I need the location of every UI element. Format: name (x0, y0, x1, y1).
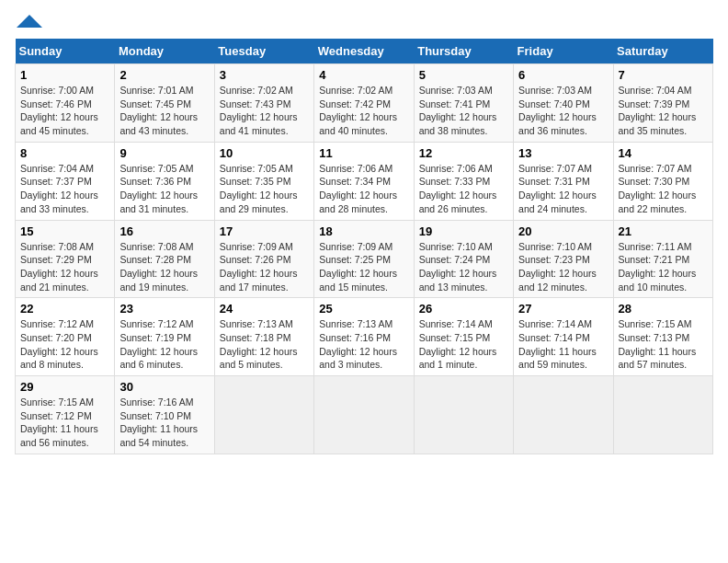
calendar-cell (314, 376, 414, 454)
day-header-tuesday: Tuesday (214, 39, 313, 64)
day-detail: Sunrise: 7:11 AMSunset: 7:21 PMDaylight:… (619, 240, 708, 294)
day-header-thursday: Thursday (414, 39, 513, 64)
day-number: 2 (119, 68, 209, 82)
calendar-cell: 23Sunrise: 7:12 AMSunset: 7:19 PMDayligh… (115, 298, 214, 376)
day-detail: Sunrise: 7:00 AMSunset: 7:46 PMDaylight:… (20, 84, 109, 138)
calendar-cell: 13Sunrise: 7:07 AMSunset: 7:31 PMDayligh… (514, 142, 613, 220)
day-number: 17 (220, 224, 309, 238)
day-number: 18 (319, 224, 408, 238)
day-number: 24 (220, 302, 309, 316)
day-detail: Sunrise: 7:05 AMSunset: 7:36 PMDaylight:… (119, 162, 209, 216)
calendar-cell: 27Sunrise: 7:14 AMSunset: 7:14 PMDayligh… (514, 298, 613, 376)
day-detail: Sunrise: 7:10 AMSunset: 7:23 PMDaylight:… (518, 240, 608, 294)
day-detail: Sunrise: 7:16 AMSunset: 7:10 PMDaylight:… (119, 396, 209, 450)
day-number: 1 (20, 68, 109, 82)
calendar-cell: 7Sunrise: 7:04 AMSunset: 7:39 PMDaylight… (613, 64, 712, 143)
calendar-cell: 29Sunrise: 7:15 AMSunset: 7:12 PMDayligh… (16, 376, 115, 454)
calendar-cell: 6Sunrise: 7:03 AMSunset: 7:40 PMDaylight… (514, 64, 613, 143)
calendar-cell: 17Sunrise: 7:09 AMSunset: 7:26 PMDayligh… (214, 220, 313, 298)
calendar-cell: 21Sunrise: 7:11 AMSunset: 7:21 PMDayligh… (613, 220, 712, 298)
day-number: 26 (419, 302, 508, 316)
day-detail: Sunrise: 7:03 AMSunset: 7:41 PMDaylight:… (419, 84, 508, 138)
day-detail: Sunrise: 7:09 AMSunset: 7:25 PMDaylight:… (319, 240, 408, 294)
day-number: 23 (119, 302, 209, 316)
day-number: 10 (220, 146, 309, 160)
calendar-week-4: 22Sunrise: 7:12 AMSunset: 7:20 PMDayligh… (16, 298, 713, 376)
day-number: 16 (119, 224, 209, 238)
logo-icon (17, 15, 42, 28)
day-detail: Sunrise: 7:05 AMSunset: 7:35 PMDaylight:… (220, 162, 309, 216)
day-number: 15 (20, 224, 109, 238)
day-header-friday: Friday (514, 39, 613, 64)
day-detail: Sunrise: 7:02 AMSunset: 7:42 PMDaylight:… (319, 84, 408, 138)
day-number: 12 (419, 146, 508, 160)
day-detail: Sunrise: 7:02 AMSunset: 7:43 PMDaylight:… (220, 84, 309, 138)
day-number: 5 (419, 68, 508, 82)
day-number: 25 (319, 302, 408, 316)
calendar-cell: 9Sunrise: 7:05 AMSunset: 7:36 PMDaylight… (115, 142, 214, 220)
calendar-cell: 12Sunrise: 7:06 AMSunset: 7:33 PMDayligh… (414, 142, 513, 220)
day-number: 20 (518, 224, 608, 238)
calendar-cell: 16Sunrise: 7:08 AMSunset: 7:28 PMDayligh… (115, 220, 214, 298)
day-detail: Sunrise: 7:15 AMSunset: 7:12 PMDaylight:… (20, 396, 109, 450)
day-header-wednesday: Wednesday (314, 39, 414, 64)
day-number: 29 (20, 380, 109, 394)
calendar-cell: 11Sunrise: 7:06 AMSunset: 7:34 PMDayligh… (314, 142, 414, 220)
calendar-cell (514, 376, 613, 454)
svg-marker-0 (17, 15, 42, 28)
calendar-cell: 2Sunrise: 7:01 AMSunset: 7:45 PMDaylight… (115, 64, 214, 143)
calendar-cell: 1Sunrise: 7:00 AMSunset: 7:46 PMDaylight… (16, 64, 115, 143)
calendar-cell: 4Sunrise: 7:02 AMSunset: 7:42 PMDaylight… (314, 64, 414, 143)
day-number: 6 (518, 68, 608, 82)
calendar-cell: 15Sunrise: 7:08 AMSunset: 7:29 PMDayligh… (16, 220, 115, 298)
day-detail: Sunrise: 7:12 AMSunset: 7:20 PMDaylight:… (20, 317, 109, 372)
calendar-cell: 25Sunrise: 7:13 AMSunset: 7:16 PMDayligh… (314, 298, 414, 376)
calendar-week-3: 15Sunrise: 7:08 AMSunset: 7:29 PMDayligh… (16, 220, 713, 298)
day-number: 28 (619, 302, 708, 316)
day-number: 21 (619, 224, 708, 238)
day-number: 11 (319, 146, 408, 160)
calendar-cell: 28Sunrise: 7:15 AMSunset: 7:13 PMDayligh… (613, 298, 712, 376)
day-number: 4 (319, 68, 408, 82)
calendar-week-2: 8Sunrise: 7:04 AMSunset: 7:37 PMDaylight… (16, 142, 713, 220)
calendar-cell: 10Sunrise: 7:05 AMSunset: 7:35 PMDayligh… (214, 142, 313, 220)
day-detail: Sunrise: 7:15 AMSunset: 7:13 PMDaylight:… (619, 317, 708, 372)
day-detail: Sunrise: 7:07 AMSunset: 7:30 PMDaylight:… (619, 162, 708, 216)
calendar-cell: 26Sunrise: 7:14 AMSunset: 7:15 PMDayligh… (414, 298, 513, 376)
day-number: 8 (20, 146, 109, 160)
calendar-body: 1Sunrise: 7:00 AMSunset: 7:46 PMDaylight… (16, 64, 713, 454)
calendar-cell (414, 376, 513, 454)
calendar-cell: 19Sunrise: 7:10 AMSunset: 7:24 PMDayligh… (414, 220, 513, 298)
day-detail: Sunrise: 7:03 AMSunset: 7:40 PMDaylight:… (518, 84, 608, 138)
calendar-cell (214, 376, 313, 454)
calendar-cell: 22Sunrise: 7:12 AMSunset: 7:20 PMDayligh… (16, 298, 115, 376)
day-detail: Sunrise: 7:12 AMSunset: 7:19 PMDaylight:… (119, 317, 209, 372)
day-number: 7 (619, 68, 708, 82)
day-detail: Sunrise: 7:13 AMSunset: 7:18 PMDaylight:… (220, 317, 309, 372)
day-detail: Sunrise: 7:09 AMSunset: 7:26 PMDaylight:… (220, 240, 309, 294)
day-number: 27 (518, 302, 608, 316)
calendar-cell: 14Sunrise: 7:07 AMSunset: 7:30 PMDayligh… (613, 142, 712, 220)
day-number: 3 (220, 68, 309, 82)
day-header-monday: Monday (115, 39, 214, 64)
calendar-cell: 20Sunrise: 7:10 AMSunset: 7:23 PMDayligh… (514, 220, 613, 298)
calendar-table: SundayMondayTuesdayWednesdayThursdayFrid… (15, 39, 713, 454)
calendar-cell: 5Sunrise: 7:03 AMSunset: 7:41 PMDaylight… (414, 64, 513, 143)
day-detail: Sunrise: 7:10 AMSunset: 7:24 PMDaylight:… (419, 240, 508, 294)
calendar-cell: 30Sunrise: 7:16 AMSunset: 7:10 PMDayligh… (115, 376, 214, 454)
header (15, 15, 713, 28)
calendar-cell: 24Sunrise: 7:13 AMSunset: 7:18 PMDayligh… (214, 298, 313, 376)
day-detail: Sunrise: 7:13 AMSunset: 7:16 PMDaylight:… (319, 317, 408, 372)
day-detail: Sunrise: 7:06 AMSunset: 7:33 PMDaylight:… (419, 162, 508, 216)
day-detail: Sunrise: 7:04 AMSunset: 7:39 PMDaylight:… (619, 84, 708, 138)
calendar-week-1: 1Sunrise: 7:00 AMSunset: 7:46 PMDaylight… (16, 64, 713, 143)
day-detail: Sunrise: 7:01 AMSunset: 7:45 PMDaylight:… (119, 84, 209, 138)
day-number: 30 (119, 380, 209, 394)
day-detail: Sunrise: 7:06 AMSunset: 7:34 PMDaylight:… (319, 162, 408, 216)
day-detail: Sunrise: 7:14 AMSunset: 7:15 PMDaylight:… (419, 317, 508, 372)
day-detail: Sunrise: 7:07 AMSunset: 7:31 PMDaylight:… (518, 162, 608, 216)
calendar-cell: 18Sunrise: 7:09 AMSunset: 7:25 PMDayligh… (314, 220, 414, 298)
logo (15, 15, 42, 28)
day-detail: Sunrise: 7:08 AMSunset: 7:28 PMDaylight:… (119, 240, 209, 294)
day-number: 22 (20, 302, 109, 316)
